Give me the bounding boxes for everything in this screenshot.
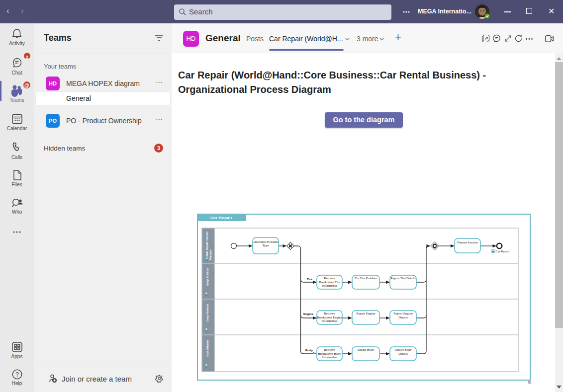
svg-text:Determin Problem: Determin Problem <box>254 240 279 243</box>
svg-text:Report Body: Report Body <box>395 348 412 351</box>
svg-text:Engine: Engine <box>303 313 314 315</box>
svg-text:Repair Engine: Repair Engine <box>357 312 375 315</box>
svg-text:Type: Type <box>262 243 269 247</box>
svg-text:Prepare Invoice: Prepare Invoice <box>457 240 478 244</box>
svg-text:Retrieve: Retrieve <box>324 348 335 351</box>
svg-text:Fix Tire Problem: Fix Tire Problem <box>355 276 377 280</box>
svg-text:Tire: Tire <box>307 278 313 281</box>
svg-text:Information: Information <box>322 355 338 359</box>
svg-text:Breakdown Body: Breakdown Body <box>318 352 341 355</box>
svg-text:Garage Technician: Garage Technician <box>205 268 209 286</box>
svg-text:Car Repair: Car Repair <box>496 249 510 253</box>
svg-text:Manager: Manager <box>208 249 212 261</box>
svg-text:Body: Body <box>305 349 313 352</box>
svg-text:Breakdown Tire: Breakdown Tire <box>319 280 340 284</box>
svg-text:Information: Information <box>322 319 338 322</box>
svg-text:Report Engine: Report Engine <box>393 312 412 315</box>
svg-text:Details: Details <box>398 315 408 319</box>
svg-text:Report Tire Details: Report Tire Details <box>390 276 416 280</box>
svg-text:?: ? <box>15 371 19 378</box>
svg-text:Garage Technician: Garage Technician <box>205 304 209 321</box>
svg-text:Information: Information <box>322 284 338 287</box>
svg-text:Repair Body: Repair Body <box>358 348 375 351</box>
svg-text:Breakdown Engine: Breakdown Engine <box>317 315 342 319</box>
svg-text:Car Repair: Car Repair <box>210 216 232 220</box>
svg-text:Garage Technician: Garage Technician <box>205 340 209 357</box>
svg-text:Details: Details <box>398 352 408 355</box>
svg-text:Retrieve: Retrieve <box>324 276 335 280</box>
svg-text:Retrieve: Retrieve <box>324 312 335 315</box>
